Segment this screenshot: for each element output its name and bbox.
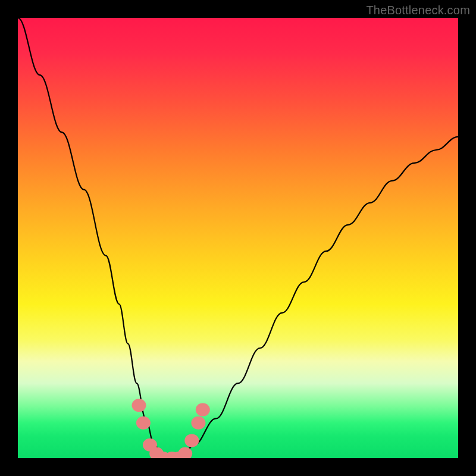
marker-blob-8 <box>184 434 199 447</box>
bottleneck-curve <box>18 18 458 458</box>
watermark-text: TheBottleneck.com <box>366 4 470 17</box>
marker-group <box>132 399 210 458</box>
chart-plot-area <box>18 18 458 458</box>
chart-svg <box>18 18 458 458</box>
marker-blob-10 <box>196 403 210 416</box>
marker-blob-9 <box>191 416 205 430</box>
marker-blob-7 <box>178 447 192 458</box>
marker-blob-1 <box>136 416 151 430</box>
marker-blob-0 <box>132 399 146 412</box>
